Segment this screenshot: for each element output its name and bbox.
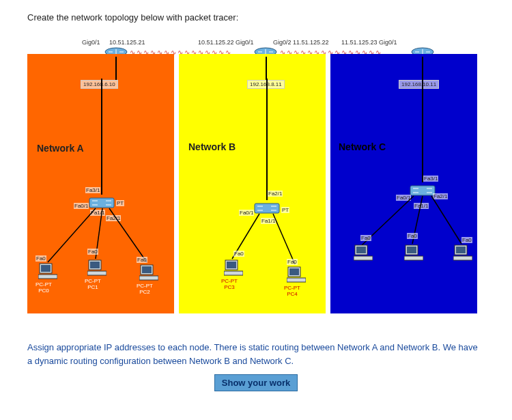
- wire: [422, 57, 423, 80]
- pc2-fa0: Fa0: [137, 257, 147, 263]
- svg-rect-23: [289, 268, 299, 275]
- pc4-label: PC-PTPC4: [284, 285, 300, 297]
- svg-line-18: [273, 214, 295, 264]
- pc3-label: PC-PTPC3: [221, 278, 238, 290]
- svg-rect-9: [38, 275, 57, 279]
- pc0-fa0: Fa0: [35, 255, 46, 262]
- pc1: [87, 259, 106, 277]
- r2-left: 10.51.125.22 Gig0/1: [198, 39, 254, 46]
- wires-c: [330, 54, 477, 313]
- r2-right: Gig0/2 11.51.125.22: [273, 39, 329, 46]
- assignment-text: Assign appropriate IP addresses to each …: [27, 341, 485, 367]
- svg-rect-21: [224, 271, 243, 275]
- pc6-fa0: Fa0: [407, 233, 418, 239]
- svg-line-6: [109, 208, 147, 262]
- svg-rect-37: [453, 256, 472, 260]
- svg-rect-34: [404, 256, 423, 260]
- network-c-panel: Network C 192.168.10.11 Fa3/1 Fa0/1 Fa2/…: [330, 54, 477, 313]
- pc7-fa0: Fa0: [461, 237, 472, 243]
- svg-rect-30: [356, 247, 366, 253]
- svg-rect-8: [41, 265, 51, 272]
- svg-rect-33: [407, 247, 416, 253]
- pc5-fa0: Fa0: [360, 235, 371, 241]
- svg-rect-15: [139, 276, 158, 280]
- svg-rect-20: [227, 262, 236, 268]
- pc6: [404, 244, 423, 262]
- topology-diagram: ∿∿∿∿∿∿∿∿∿∿∿∿∿∿∿ ∿∿∿∿∿∿∿∿∿∿∿∿∿∿∿ Gig0/1 1…: [27, 33, 485, 320]
- network-b-panel: Network B 192.168.8.11 Fa2/1 Fa0/1 PT Fa…: [179, 54, 326, 313]
- pc1-fa0: Fa0: [87, 249, 98, 255]
- r1-gig01: Gig0/1: [82, 39, 100, 46]
- r1-ip: 10.51.125.21: [109, 39, 145, 46]
- r3-left: 11.51.125.23 Gig0/1: [341, 39, 397, 46]
- pc5: [354, 244, 373, 262]
- pc3: [224, 259, 243, 277]
- pc3-fa0: Fa0: [233, 251, 244, 257]
- svg-rect-31: [354, 256, 373, 260]
- wire: [115, 57, 117, 80]
- pc0-label: PC-PTPC0: [35, 281, 52, 294]
- pc1-label: PC-PTPC1: [85, 278, 101, 290]
- pc2: [139, 264, 158, 281]
- svg-rect-14: [142, 266, 152, 273]
- svg-line-28: [431, 196, 461, 244]
- pc4: [287, 266, 306, 283]
- svg-rect-12: [87, 271, 106, 275]
- wire: [266, 57, 267, 80]
- pc0: [38, 262, 57, 280]
- instruction-text: Create the network topology below with p…: [27, 12, 485, 23]
- svg-rect-24: [287, 278, 306, 282]
- pc2-label: PC-PTPC2: [137, 283, 153, 295]
- pc4-fa0: Fa0: [287, 259, 298, 265]
- network-a-panel: Network A 192.168.6.10 Fa3/1 Fa0/1 PT Fa…: [27, 54, 174, 313]
- svg-rect-36: [456, 247, 466, 253]
- svg-rect-11: [90, 262, 100, 268]
- show-your-work-button[interactable]: Show your work: [214, 374, 298, 391]
- pc7: [453, 244, 472, 262]
